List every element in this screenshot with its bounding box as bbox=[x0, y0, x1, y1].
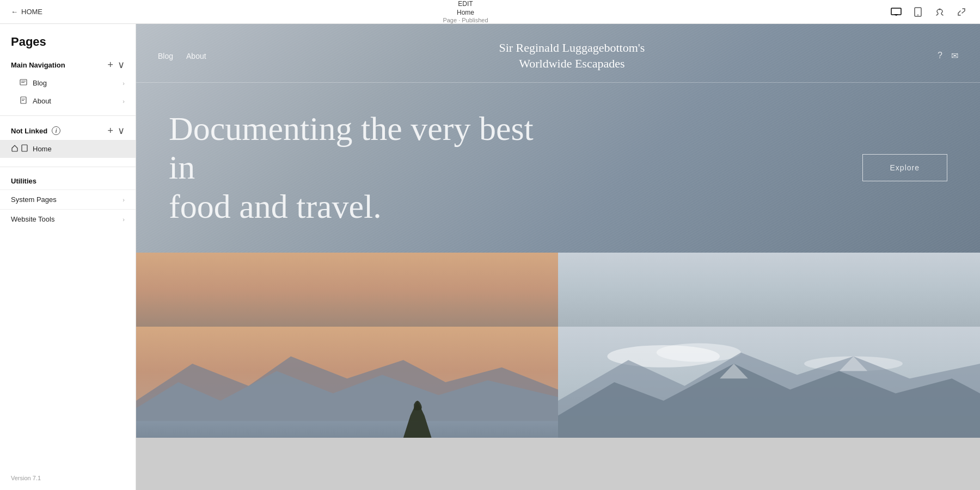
blog-icon bbox=[20, 78, 27, 88]
gallery-section bbox=[136, 253, 980, 438]
edit-label: EDIT bbox=[443, 0, 488, 8]
not-linked-controls: + ∨ bbox=[107, 126, 125, 136]
paint-button[interactable] bbox=[932, 4, 947, 20]
main-nav-toggle-button[interactable]: ∨ bbox=[118, 60, 125, 70]
svg-rect-12 bbox=[22, 145, 27, 151]
about-chevron-icon: › bbox=[122, 98, 125, 105]
svg-point-4 bbox=[917, 14, 918, 15]
divider-1 bbox=[0, 115, 136, 116]
not-linked-toggle-button[interactable]: ∨ bbox=[118, 126, 125, 136]
svg-point-17 bbox=[657, 344, 741, 362]
blog-chevron-icon: › bbox=[122, 80, 125, 87]
system-pages-label: System Pages bbox=[11, 195, 57, 204]
system-pages-item[interactable]: System Pages › bbox=[0, 189, 136, 209]
home-page-icon bbox=[21, 144, 28, 154]
not-linked-info-icon[interactable]: i bbox=[52, 126, 60, 135]
main-nav-add-button[interactable]: + bbox=[107, 60, 113, 70]
site-title-line2: Worldwide Escapades bbox=[519, 57, 624, 70]
home-indicator-icon bbox=[11, 144, 19, 154]
hero-cta-button[interactable]: Explore bbox=[862, 154, 947, 181]
back-label: HOME bbox=[21, 8, 42, 16]
top-bar-actions bbox=[889, 4, 969, 20]
mountain-svg-1 bbox=[136, 327, 558, 438]
not-linked-header[interactable]: Not Linked i + ∨ bbox=[0, 121, 136, 140]
page-name: Home bbox=[457, 9, 474, 16]
site-nav-links: Blog About bbox=[158, 52, 206, 60]
main-nav-label: Main Navigation bbox=[11, 61, 65, 69]
hero-content: Documenting the very best in food and tr… bbox=[136, 83, 980, 253]
website-tools-item[interactable]: Website Tools › bbox=[0, 209, 136, 229]
about-label: About bbox=[33, 97, 51, 105]
nav-blog-link[interactable]: Blog bbox=[158, 52, 173, 60]
main-nav-controls: + ∨ bbox=[107, 60, 125, 70]
website-tools-chevron-icon: › bbox=[122, 216, 125, 223]
desktop-view-button[interactable] bbox=[889, 4, 904, 20]
main-navigation-header[interactable]: Main Navigation + ∨ bbox=[0, 56, 136, 74]
gallery-item-1 bbox=[136, 253, 558, 438]
blog-label: Blog bbox=[33, 79, 47, 87]
top-bar: ← HOME EDIT Home Page · Published bbox=[0, 0, 980, 24]
back-home-button[interactable]: ← HOME bbox=[11, 8, 42, 16]
sidebar-item-blog-left: Blog bbox=[20, 78, 47, 88]
home-label: Home bbox=[33, 145, 52, 153]
hero-headline-line2: food and travel. bbox=[169, 188, 382, 225]
sidebar-item-home[interactable]: Home bbox=[0, 140, 136, 158]
pages-title: Pages bbox=[0, 24, 136, 56]
website-preview: Blog About Sir Reginald Luggagebottom's … bbox=[136, 24, 980, 490]
about-icon bbox=[20, 96, 27, 106]
back-arrow-icon: ← bbox=[11, 8, 18, 16]
home-icons bbox=[11, 144, 28, 154]
hero-headline: Documenting the very best in food and tr… bbox=[169, 109, 550, 226]
site-title: Sir Reginald Luggagebottom's Worldwide E… bbox=[206, 40, 938, 71]
utilities-label: Utilities bbox=[0, 173, 136, 189]
svg-point-5 bbox=[939, 8, 940, 10]
hero-section: Blog About Sir Reginald Luggagebottom's … bbox=[136, 24, 980, 253]
site-nav-right: ? ✉ bbox=[938, 51, 958, 61]
website-tools-label: Website Tools bbox=[11, 215, 54, 223]
sidebar-item-about-left: About bbox=[20, 96, 51, 106]
svg-rect-0 bbox=[891, 8, 901, 15]
not-linked-label: Not Linked bbox=[11, 127, 47, 135]
preview-area: Blog About Sir Reginald Luggagebottom's … bbox=[136, 24, 980, 490]
page-status: Page · Published bbox=[443, 17, 488, 23]
gallery-item-2 bbox=[558, 253, 980, 438]
tablet-view-button[interactable] bbox=[910, 4, 926, 20]
sidebar: Pages Main Navigation + ∨ Blog › bbox=[0, 24, 136, 490]
expand-button[interactable] bbox=[954, 4, 969, 20]
mountain-svg-2 bbox=[558, 327, 980, 438]
nav-about-link[interactable]: About bbox=[186, 52, 206, 60]
version-label: Version 7.1 bbox=[0, 466, 136, 490]
hero-headline-line1: Documenting the very best in bbox=[169, 110, 534, 186]
search-nav-icon[interactable]: ? bbox=[938, 51, 942, 61]
site-nav: Blog About Sir Reginald Luggagebottom's … bbox=[136, 24, 980, 83]
svg-rect-14 bbox=[136, 421, 558, 438]
site-title-area: Sir Reginald Luggagebottom's Worldwide E… bbox=[206, 40, 938, 71]
sidebar-item-about[interactable]: About › bbox=[0, 92, 136, 110]
system-pages-chevron-icon: › bbox=[122, 197, 125, 203]
page-info: EDIT Home Page · Published bbox=[443, 0, 488, 24]
site-title-line1: Sir Reginald Luggagebottom's bbox=[499, 41, 645, 54]
sidebar-item-blog[interactable]: Blog › bbox=[0, 74, 136, 92]
divider-2 bbox=[0, 167, 136, 167]
mail-nav-icon[interactable]: ✉ bbox=[951, 51, 958, 61]
not-linked-add-button[interactable]: + bbox=[107, 126, 113, 136]
